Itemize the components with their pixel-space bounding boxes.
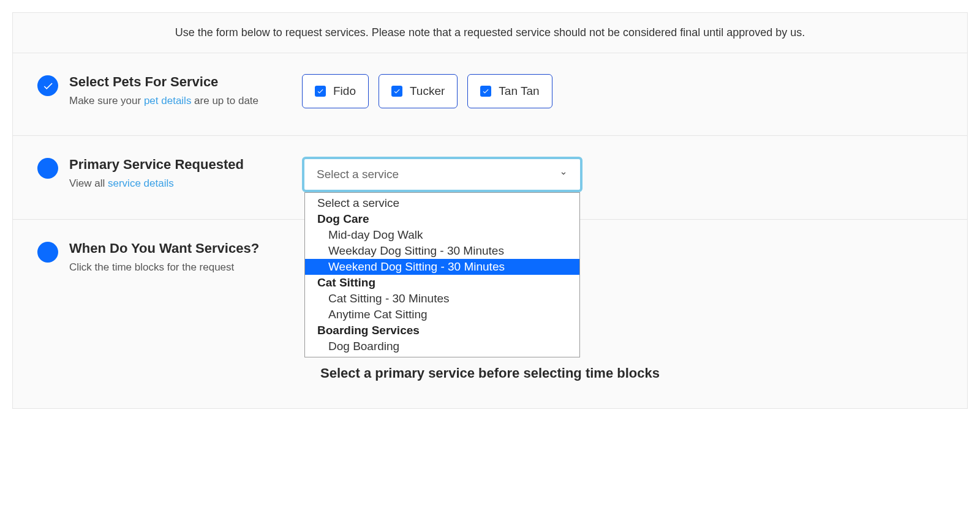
step1-subtitle: Make sure your pet details are up to dat… [69, 95, 284, 107]
checkbox-icon [315, 86, 326, 97]
step2-title: Primary Service Requested [69, 157, 284, 173]
step3-subtitle: Click the time blocks for the request [69, 261, 284, 274]
dropdown-option[interactable]: Dog Boarding [305, 338, 579, 354]
pet-name-label: Tan Tan [499, 84, 539, 98]
service-dropdown-placeholder: Select a service [317, 168, 399, 181]
pet-details-link[interactable]: pet details [144, 95, 192, 106]
service-details-link[interactable]: service details [108, 177, 174, 189]
dropdown-option[interactable]: Anytime Cat Sitting [305, 307, 579, 323]
service-dropdown-list: Select a serviceDog CareMid-day Dog Walk… [304, 192, 580, 357]
dropdown-option[interactable]: Mid-day Dog Walk [305, 227, 579, 243]
step2-status-icon [37, 158, 58, 179]
step3-text: When Do You Want Services? Click the tim… [69, 241, 302, 274]
service-dropdown: Select a service Select a serviceDog Car… [302, 157, 582, 192]
checkbox-icon [391, 86, 402, 97]
step3-status-icon [37, 242, 58, 263]
pet-checkbox-tan-tan[interactable]: Tan Tan [467, 74, 552, 108]
step1-text: Select Pets For Service Make sure your p… [69, 74, 302, 108]
dropdown-option[interactable]: Weekend Dog Sitting - 30 Minutes [305, 259, 579, 275]
step1-subtitle-before: Make sure your [69, 95, 144, 106]
time-blocks-message: Select a primary service before selectin… [37, 365, 943, 381]
dropdown-optgroup-cat-sitting: Cat Sitting [305, 275, 579, 291]
step2-subtitle-before: View all [69, 177, 108, 189]
dropdown-optgroup-dog-care: Dog Care [305, 211, 579, 227]
step1-status-icon [37, 75, 58, 96]
step1-subtitle-after: are up to date [191, 95, 258, 106]
step1-body: FidoTuckerTan Tan [302, 74, 943, 108]
chevron-down-icon [559, 169, 568, 180]
step3-title: When Do You Want Services? [69, 241, 284, 256]
intro-text: Use the form below to request services. … [13, 13, 967, 53]
dropdown-option-placeholder[interactable]: Select a service [305, 195, 579, 211]
form-container: Use the form below to request services. … [12, 12, 968, 409]
pets-row: FidoTuckerTan Tan [302, 74, 943, 108]
dropdown-option[interactable]: Cat Sitting - 30 Minutes [305, 291, 579, 307]
pet-name-label: Fido [333, 84, 356, 98]
step2-text: Primary Service Requested View all servi… [69, 157, 302, 192]
step1-title: Select Pets For Service [69, 74, 284, 90]
checkbox-icon [480, 86, 491, 97]
service-dropdown-select[interactable]: Select a service [302, 157, 582, 192]
check-circle-icon [42, 80, 54, 92]
dropdown-option[interactable]: Weekday Dog Sitting - 30 Minutes [305, 243, 579, 259]
dropdown-optgroup-boarding-services: Boarding Services [305, 323, 579, 338]
section-select-pets: Select Pets For Service Make sure your p… [13, 53, 967, 136]
pet-name-label: Tucker [410, 84, 445, 98]
section-primary-service: Primary Service Requested View all servi… [13, 136, 967, 220]
step2-subtitle: View all service details [69, 177, 284, 190]
pet-checkbox-fido[interactable]: Fido [302, 74, 369, 108]
pet-checkbox-tucker[interactable]: Tucker [379, 74, 458, 108]
step2-body: Select a service Select a serviceDog Car… [302, 157, 943, 192]
